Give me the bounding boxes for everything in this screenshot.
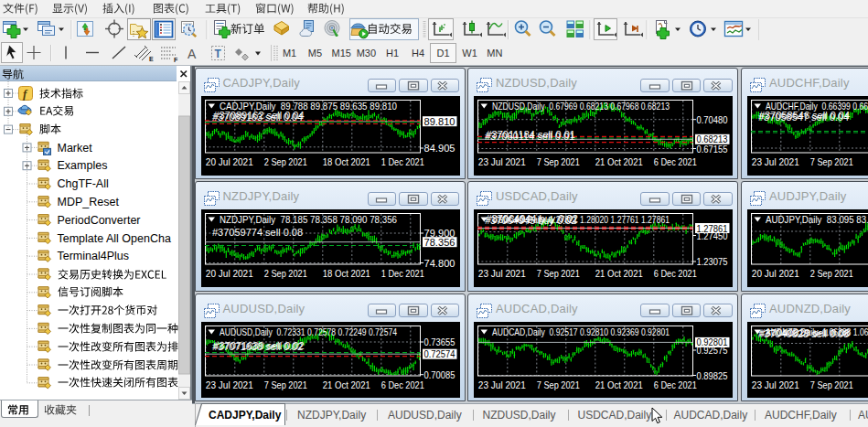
svg-text:#37089162 sell 0.04: #37089162 sell 0.04 xyxy=(213,110,304,121)
svg-text:A: A xyxy=(188,47,197,61)
svg-text:20 Jul 2021: 20 Jul 2021 xyxy=(205,156,252,167)
svg-text:6 Dec 2021: 6 Dec 2021 xyxy=(654,268,697,279)
svg-text:#37058546 sell 0.04: #37058546 sell 0.04 xyxy=(759,110,850,121)
svg-text:#37064944 buy 0.02: #37064944 buy 0.02 xyxy=(487,213,578,224)
svg-text:74.800: 74.800 xyxy=(423,258,455,269)
svg-text:AUDJPY,Daily 83.095 83.292 82: AUDJPY,Daily 83.095 83.292 82.979 83.164 xyxy=(766,214,868,225)
svg-text:21 Oct 2021: 21 Oct 2021 xyxy=(322,379,370,390)
svg-text:18 Oct 2021: 18 Oct 2021 xyxy=(322,268,370,279)
svg-text:1.27861: 1.27861 xyxy=(697,223,728,234)
svg-text:2 Sep 2021: 2 Sep 2021 xyxy=(263,268,306,279)
svg-text:20 Jul 2021: 20 Jul 2021 xyxy=(752,268,799,279)
svg-text:M5: M5 xyxy=(308,48,322,59)
svg-text:#37040829 sell 0.08: #37040829 sell 0.08 xyxy=(760,326,851,337)
svg-text:F: F xyxy=(174,57,178,63)
svg-text:0.68213: 0.68213 xyxy=(697,133,728,144)
svg-text:M30: M30 xyxy=(357,48,376,59)
svg-text:NZDJPY,Daily 78.185 78.358 78: NZDJPY,Daily 78.185 78.358 78.090 78.356 xyxy=(220,214,397,225)
svg-text:AUDUSD,Daily 0.72331 0.72578: AUDUSD,Daily 0.72331 0.72578 0.72249 0.7… xyxy=(220,326,397,337)
svg-text:2 Sep 2021: 2 Sep 2021 xyxy=(263,156,306,167)
svg-text:MN: MN xyxy=(487,48,502,59)
svg-text:21 Oct 2021: 21 Oct 2021 xyxy=(595,156,643,167)
svg-text:89.810: 89.810 xyxy=(423,116,455,127)
svg-text:23 Jul 2021: 23 Jul 2021 xyxy=(752,156,799,167)
svg-text:0.92801: 0.92801 xyxy=(697,336,728,347)
svg-text:23 Jul 2021: 23 Jul 2021 xyxy=(205,379,252,390)
svg-text:0.70480: 0.70480 xyxy=(697,114,728,125)
svg-text:1 Dec 2021: 1 Dec 2021 xyxy=(380,156,423,167)
svg-text:21 Oct 2021: 21 Oct 2021 xyxy=(595,379,643,390)
svg-text:0.89825: 0.89825 xyxy=(697,369,728,380)
svg-text:23 Jul 2021: 23 Jul 2021 xyxy=(752,379,799,390)
svg-text:0.73655: 0.73655 xyxy=(423,336,455,347)
svg-text:20 Jul 2021: 20 Jul 2021 xyxy=(205,268,252,279)
svg-text:NZDUSD,Daily 0.67969 0.68213: NZDUSD,Daily 0.67969 0.68213 0.67968 0.6… xyxy=(492,101,670,112)
svg-text:23 Jul 2021: 23 Jul 2021 xyxy=(478,268,526,279)
svg-text:0.70085: 0.70085 xyxy=(423,368,455,379)
svg-text:M1: M1 xyxy=(283,48,296,59)
svg-text:1 Dec 2021: 1 Dec 2021 xyxy=(380,268,423,279)
svg-text:W1: W1 xyxy=(462,48,477,59)
svg-text:84.905: 84.905 xyxy=(423,143,455,154)
svg-text:18 Oct 2021: 18 Oct 2021 xyxy=(322,156,370,167)
svg-text:23 Jul 2021: 23 Jul 2021 xyxy=(478,156,526,167)
svg-text:6 Dec 2021: 6 Dec 2021 xyxy=(380,379,423,390)
svg-text:7 Sep 2021: 7 Sep 2021 xyxy=(810,379,853,390)
svg-text:6 Dec 2021: 6 Dec 2021 xyxy=(654,379,697,390)
svg-text:T: T xyxy=(215,48,222,60)
svg-text:AUDCAD,Daily 0.92517 0.92810: AUDCAD,Daily 0.92517 0.92810 0.92369 0.9… xyxy=(492,326,670,337)
svg-text:7 Sep 2021: 7 Sep 2021 xyxy=(537,268,580,279)
svg-text:7 Sep 2021: 7 Sep 2021 xyxy=(537,156,580,167)
svg-text:#37011184 sell 0.01: #37011184 sell 0.01 xyxy=(487,129,575,140)
svg-text:21 Oct 2021: 21 Oct 2021 xyxy=(595,268,643,279)
svg-text:2 Sep 2021: 2 Sep 2021 xyxy=(810,268,853,279)
svg-text:0.72574: 0.72574 xyxy=(423,348,455,359)
svg-text:7 Sep 2021: 7 Sep 2021 xyxy=(537,379,580,390)
svg-text:M15: M15 xyxy=(331,48,350,59)
svg-text:6 Dec 2021: 6 Dec 2021 xyxy=(654,156,697,167)
svg-text:23 Jul 2021: 23 Jul 2021 xyxy=(478,379,526,390)
svg-text:78.356: 78.356 xyxy=(423,237,455,248)
svg-text:7 Sep 2021: 7 Sep 2021 xyxy=(263,379,306,390)
svg-text:E: E xyxy=(149,56,154,62)
svg-text:1.23075: 1.23075 xyxy=(697,256,728,267)
svg-text:H1: H1 xyxy=(386,48,399,59)
svg-text:H4: H4 xyxy=(412,48,424,59)
svg-text:#37059774 sell 0.08: #37059774 sell 0.08 xyxy=(212,227,303,238)
svg-text:#37071639 sell 0.02: #37071639 sell 0.02 xyxy=(213,339,304,350)
svg-text:7 Sep 2021: 7 Sep 2021 xyxy=(810,156,853,167)
svg-text:D1: D1 xyxy=(436,48,449,59)
